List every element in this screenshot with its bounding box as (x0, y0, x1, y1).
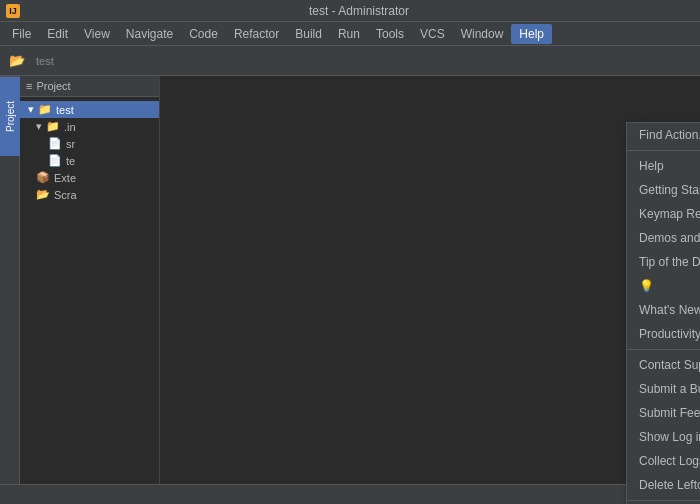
menu-build[interactable]: Build (287, 24, 330, 44)
keymap-reference-label: Keymap Reference (639, 207, 700, 221)
menu-whats-new[interactable]: What's New in IntelliJ IDEA (627, 298, 700, 322)
menu-navigate[interactable]: Navigate (118, 24, 181, 44)
tree-label: te (66, 155, 75, 167)
project-header-label: Project (36, 80, 70, 92)
separator-1 (627, 150, 700, 151)
menu-vcs[interactable]: VCS (412, 24, 453, 44)
editor-area: Find Action... Ctrl+Shift+A Help Getting… (160, 76, 700, 504)
menubar: File Edit View Navigate Code Refactor Bu… (0, 22, 700, 46)
titlebar: IJ test - Administrator (0, 0, 700, 22)
tree-label: Exte (54, 172, 76, 184)
tip-of-day-label: Tip of the Day (639, 255, 700, 269)
demos-screencasts-label: Demos and Screencasts (639, 231, 700, 245)
menu-tip-of-day[interactable]: Tip of the Day (627, 250, 700, 274)
delete-leftover-label: Delete Leftover IDE Directories... (639, 478, 700, 492)
menu-demos-screencasts[interactable]: Demos and Screencasts (627, 226, 700, 250)
menu-view[interactable]: View (76, 24, 118, 44)
folder-icon: 📁 (38, 103, 52, 116)
toolbar-project-name: test (36, 55, 54, 67)
project-panel: ≡ Project ▾ 📁 test ▾ 📁 .in 📄 sr 📄 te (20, 76, 160, 504)
chevron-down-icon: ▾ (28, 103, 34, 116)
contact-support-label: Contact Support... (639, 358, 700, 372)
folder-open-icon: 📂 (36, 188, 50, 201)
menu-edit[interactable]: Edit (39, 24, 76, 44)
tree-item-scratch[interactable]: 📂 Scra (20, 186, 159, 203)
project-header: ≡ Project (20, 76, 159, 97)
whats-new-label: What's New in IntelliJ IDEA (639, 303, 700, 317)
find-action-label: Find Action... (639, 128, 700, 142)
folder-icon: 📁 (46, 120, 60, 133)
submit-feedback-label: Submit Feedback... (639, 406, 700, 420)
menu-refactor[interactable]: Refactor (226, 24, 287, 44)
main-area: Project ≡ Project ▾ 📁 test ▾ 📁 .in 📄 sr (0, 76, 700, 504)
toolbar: 📂 test (0, 46, 700, 76)
tree-item-external[interactable]: 📦 Exte (20, 169, 159, 186)
menu-window[interactable]: Window (453, 24, 512, 44)
menu-productivity-guide[interactable]: Productivity Guide (627, 322, 700, 346)
menu-submit-feedback[interactable]: Submit Feedback... (627, 401, 700, 425)
tree-label: test (56, 104, 74, 116)
menu-tools[interactable]: Tools (368, 24, 412, 44)
separator-2 (627, 349, 700, 350)
show-log-label: Show Log in Explorer (639, 430, 700, 444)
menu-help[interactable]: Help (511, 24, 552, 44)
menu-keymap-reference[interactable]: Keymap Reference (627, 202, 700, 226)
menu-submit-bug[interactable]: Submit a Bug Report... (627, 377, 700, 401)
menu-run[interactable]: Run (330, 24, 368, 44)
separator-3 (627, 500, 700, 501)
toolbar-folder-icon[interactable]: 📂 (6, 50, 28, 72)
menu-file[interactable]: File (4, 24, 39, 44)
menu-code[interactable]: Code (181, 24, 226, 44)
menu-find-action[interactable]: Find Action... Ctrl+Shift+A (627, 123, 700, 147)
menu-learn-ide[interactable]: 💡 Learn IDE Features (627, 274, 700, 298)
learn-ide-icon: 💡 (639, 279, 654, 293)
statusbar (0, 484, 700, 504)
menu-help-item[interactable]: Help (627, 154, 700, 178)
project-header-icon: ≡ (26, 80, 32, 92)
getting-started-label: Getting Started (639, 183, 700, 197)
menu-contact-support[interactable]: Contact Support... (627, 353, 700, 377)
file-icon: 📄 (48, 137, 62, 150)
collect-logs-label: Collect Logs and Diagnostic Data (639, 454, 700, 468)
help-dropdown-menu: Find Action... Ctrl+Shift+A Help Getting… (626, 122, 700, 504)
tree-item-sr[interactable]: 📄 sr (20, 135, 159, 152)
submit-bug-label: Submit a Bug Report... (639, 382, 700, 396)
project-tree: ▾ 📁 test ▾ 📁 .in 📄 sr 📄 te 📦 Exte (20, 97, 159, 207)
menu-collect-logs[interactable]: Collect Logs and Diagnostic Data (627, 449, 700, 473)
tree-item-in[interactable]: ▾ 📁 .in (20, 118, 159, 135)
menu-getting-started[interactable]: Getting Started (627, 178, 700, 202)
tree-item-te[interactable]: 📄 te (20, 152, 159, 169)
file-icon: 📄 (48, 154, 62, 167)
sidebar-tab-project[interactable]: Project (0, 76, 20, 156)
app-icon: IJ (6, 4, 20, 18)
tree-item-test[interactable]: ▾ 📁 test (20, 101, 159, 118)
tree-label: .in (64, 121, 76, 133)
package-icon: 📦 (36, 171, 50, 184)
help-item-label: Help (639, 159, 664, 173)
menu-show-log[interactable]: Show Log in Explorer (627, 425, 700, 449)
menu-delete-leftover[interactable]: Delete Leftover IDE Directories... (627, 473, 700, 497)
tree-label: sr (66, 138, 75, 150)
sidebar-tabs: Project (0, 76, 20, 504)
productivity-guide-label: Productivity Guide (639, 327, 700, 341)
titlebar-text: test - Administrator (24, 4, 694, 18)
chevron-right-icon: ▾ (36, 120, 42, 133)
tree-label: Scra (54, 189, 77, 201)
